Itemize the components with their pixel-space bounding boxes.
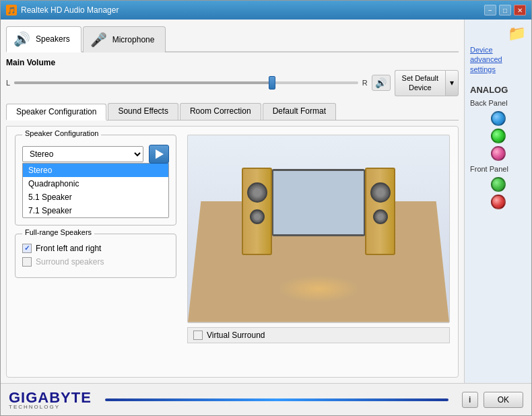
speaker-visualization <box>187 135 450 323</box>
surround-speakers-label: Surround speakers <box>36 257 104 267</box>
maximize-button[interactable]: □ <box>499 5 511 15</box>
mute-icon: 🔊 <box>375 77 387 88</box>
room-correction-tab-label: Room Correction <box>190 106 251 116</box>
info-button[interactable]: i <box>462 392 478 408</box>
virtual-surround-label: Virtual Surround <box>207 331 265 340</box>
set-default-label[interactable]: Set DefaultDevice <box>395 70 445 96</box>
sound-effects-tab-label: Sound Effects <box>118 106 168 116</box>
front-panel-label: Front Panel <box>470 165 526 173</box>
speaker-right-cone-top <box>370 182 391 203</box>
dropdown-item-5-1[interactable]: 5.1 Speaker <box>23 190 168 204</box>
footer-right: i OK <box>462 392 523 408</box>
port-blue-back[interactable] <box>491 111 506 126</box>
tab-sound-effects[interactable]: Sound Effects <box>108 103 178 120</box>
front-left-right-label: Front left and right <box>36 244 101 253</box>
default-format-tab-label: Default Format <box>273 106 326 116</box>
volume-row: L R 🔊 Set DefaultDevice ▾ <box>6 70 459 96</box>
analog-section: ANALOG Back Panel Front Panel <box>470 85 526 212</box>
virtual-surround-checkbox[interactable] <box>193 331 203 340</box>
dropdown-list: Stereo Quadraphonic 5.1 Speaker 7.1 Spea… <box>22 163 169 218</box>
play-button[interactable] <box>149 145 169 164</box>
footer-divider <box>105 398 448 401</box>
set-default-arrow[interactable]: ▾ <box>445 70 459 96</box>
main-panel: 🔊 Speakers 🎤 Microphone Main Volume L <box>1 20 464 383</box>
speaker-left-cone-bottom <box>250 209 265 224</box>
volume-slider-container <box>14 76 358 90</box>
content-area: 🔊 Speakers 🎤 Microphone Main Volume L <box>1 20 531 383</box>
speaker-left-cone-top <box>247 182 267 203</box>
tab-default-format[interactable]: Default Format <box>263 103 336 120</box>
speaker-left-body <box>242 168 272 255</box>
fullrange-group: Full-range Speakers Front left and right… <box>15 234 176 278</box>
footer: GIGABYTE TECHNOLOGY i OK <box>1 383 531 415</box>
right-panel: Virtual Surround <box>187 135 450 369</box>
play-icon <box>156 149 164 159</box>
speakers-icon: 🔊 <box>13 31 30 47</box>
speaker-right-cone-bottom <box>373 209 388 224</box>
config-select-row: Stereo Quadraphonic 5.1 Speaker 7.1 Spea… <box>22 145 169 164</box>
gigabyte-logo: GIGABYTE TECHNOLOGY <box>9 389 92 410</box>
titlebar: 🎵 Realtek HD Audio Manager − □ ✕ <box>1 1 531 20</box>
brand-sub: TECHNOLOGY <box>9 404 92 410</box>
surround-speakers-checkbox[interactable] <box>22 257 32 267</box>
surround-speakers-row: Surround speakers <box>22 257 169 267</box>
speaker-config-group: Speaker Configuration Stereo Quadraphoni… <box>15 135 176 226</box>
speaker-right <box>365 168 395 255</box>
volume-fill <box>14 81 272 84</box>
speaker-config-select[interactable]: Stereo Quadraphonic 5.1 Speaker 7.1 Spea… <box>22 146 143 162</box>
vol-r-label: R <box>362 79 368 87</box>
volume-track <box>14 81 358 84</box>
minimize-button[interactable]: − <box>484 5 496 15</box>
config-group-label: Speaker Configuration <box>22 129 101 137</box>
front-left-right-checkbox[interactable] <box>22 244 32 253</box>
fullrange-group-label: Full-range Speakers <box>22 228 94 236</box>
app-icon: 🎵 <box>6 5 17 15</box>
window-title: Realtek HD Audio Manager <box>21 5 484 15</box>
sub-tabs: Speaker Configuration Sound Effects Room… <box>6 103 459 120</box>
device-tabs: 🔊 Speakers 🎤 Microphone <box>6 25 459 53</box>
volume-label: Main Volume <box>6 58 459 67</box>
port-red-front[interactable] <box>491 195 506 209</box>
dropdown-item-quadraphonic[interactable]: Quadraphonic <box>23 177 168 190</box>
speakers-tab-label: Speakers <box>36 34 70 44</box>
tv-screen <box>273 171 364 234</box>
left-panel: Speaker Configuration Stereo Quadraphoni… <box>15 135 176 369</box>
tab-room-correction[interactable]: Room Correction <box>180 103 261 120</box>
tab-speakers[interactable]: 🔊 Speakers <box>6 26 81 53</box>
tab-microphone[interactable]: 🎤 Microphone <box>83 26 166 53</box>
device-advanced-settings-link[interactable]: Device advanced settings <box>470 45 526 74</box>
virtual-surround-row: Virtual Surround <box>187 327 450 343</box>
port-pink-back[interactable] <box>491 146 506 161</box>
volume-section: Main Volume L R 🔊 Set DefaultDevice <box>6 58 459 96</box>
speaker-right-body <box>365 168 395 255</box>
back-panel-label: Back Panel <box>470 99 526 107</box>
set-default-button[interactable]: Set DefaultDevice ▾ <box>395 70 459 96</box>
right-sidebar: 📁 Device advanced settings ANALOG Back P… <box>464 20 531 383</box>
front-left-right-row: Front left and right <box>22 244 169 253</box>
window-controls: − □ ✕ <box>484 5 526 15</box>
dropdown-item-stereo[interactable]: Stereo <box>23 164 168 177</box>
mic-tab-content: 🎤 <box>90 32 112 48</box>
vol-l-label: L <box>6 79 10 87</box>
analog-label: ANALOG <box>470 85 526 95</box>
volume-thumb[interactable] <box>269 76 275 90</box>
close-button[interactable]: ✕ <box>514 5 526 15</box>
port-green-back[interactable] <box>491 129 506 143</box>
ok-button[interactable]: OK <box>484 392 523 408</box>
floor-shadow <box>278 275 359 302</box>
microphone-icon: 🎤 <box>90 32 107 48</box>
dropdown-item-7-1[interactable]: 7.1 Speaker <box>23 204 168 217</box>
speaker-config-tab-label: Speaker Configuration <box>16 107 96 116</box>
main-window: 🎵 Realtek HD Audio Manager − □ ✕ 🔊 Speak… <box>0 0 532 416</box>
folder-icon[interactable]: 📁 <box>508 25 526 42</box>
mute-button[interactable]: 🔊 <box>372 75 391 91</box>
port-green-front[interactable] <box>491 177 506 192</box>
tab-speaker-configuration[interactable]: Speaker Configuration <box>6 104 106 120</box>
microphone-tab-label: Microphone <box>112 35 155 44</box>
main-content: Speaker Configuration Stereo Quadraphoni… <box>6 126 459 378</box>
speaker-left <box>242 168 272 255</box>
folder-icon-row: 📁 <box>470 25 526 42</box>
tv-display <box>271 169 366 236</box>
